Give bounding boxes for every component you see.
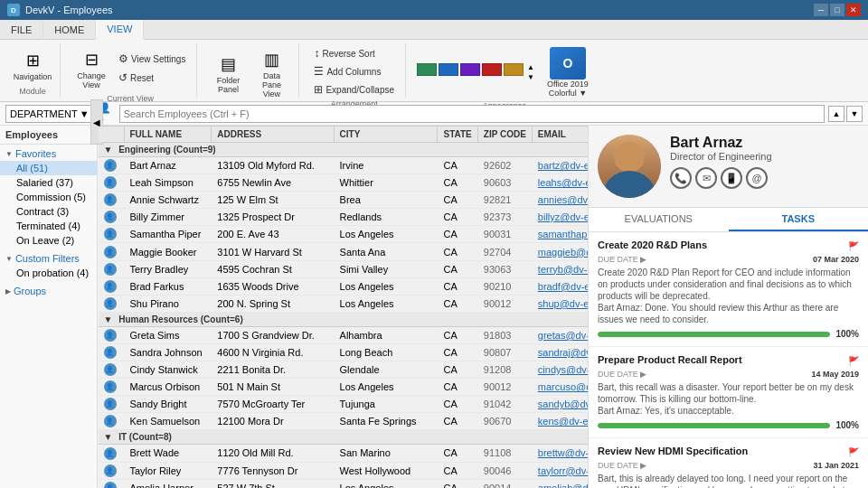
view-settings-button[interactable]: ⚙ View Settings	[115, 51, 189, 67]
folder-panel-icon: ▤	[215, 52, 241, 77]
sidebar-item-terminated[interactable]: Terminated (4)	[0, 219, 97, 233]
table-row[interactable]: 👤 Bart Arnaz 13109 Old Myford Rd. Irvine…	[99, 157, 589, 174]
col-city[interactable]: CITY	[334, 127, 438, 143]
row-zip: 92373	[477, 209, 532, 226]
row-name: Annie Schwartz	[124, 192, 212, 209]
sidebar-collapse-button[interactable]: ◀	[90, 126, 98, 145]
table-row[interactable]: 👤 Brad Farkus 1635 Woods Drive Los Angel…	[99, 277, 589, 295]
table-row[interactable]: 👤 Samantha Piper 200 E. Ave 43 Los Angel…	[99, 226, 589, 243]
email-button[interactable]: @	[746, 167, 768, 189]
reset-view-button[interactable]: ↺ Reset	[115, 70, 189, 86]
data-pane-button[interactable]: ▥ Data PaneView	[251, 45, 291, 101]
email-link[interactable]: maggieb@dv-email.com	[538, 247, 588, 258]
tab-tasks[interactable]: TASKS	[729, 208, 869, 231]
table-row[interactable]: 👤 Sandy Bright 7570 McGroarty Ter Tujung…	[99, 396, 589, 413]
task-item[interactable]: Create 2020 R&D Plans 🚩 DUE DATE ▶ 07 Ma…	[589, 232, 868, 347]
reverse-sort-button[interactable]: ↕ Reverse Sort	[310, 45, 398, 61]
expand-collapse-button[interactable]: ⊞ Expand/Collapse	[310, 81, 398, 98]
tab-home[interactable]: HOME	[43, 20, 96, 40]
minimize-button[interactable]: ─	[814, 4, 828, 16]
department-selector[interactable]: DEPARTMENT ▼	[5, 105, 94, 123]
color-swatch-blue[interactable]	[439, 63, 458, 76]
col-fullname[interactable]: FULL NAME	[124, 127, 212, 143]
folder-panel-button[interactable]: ▤ FolderPanel	[208, 50, 248, 97]
table-row[interactable]: 👤 Maggie Booker 3101 W Harvard St Santa …	[99, 243, 589, 260]
table-group-header[interactable]: ▼ Human Resources (Count=6)	[99, 312, 589, 326]
table-row[interactable]: 👤 Brett Wade 1120 Old Mill Rd. San Marin…	[99, 445, 589, 462]
sidebar-item-salaried[interactable]: Salaried (37)	[0, 175, 97, 190]
sidebar-item-onprobation[interactable]: On probation (4)	[0, 266, 97, 280]
col-address[interactable]: ADDRESS	[212, 127, 334, 143]
email-link[interactable]: bradf@dv-email.com	[538, 281, 588, 292]
table-row[interactable]: 👤 Sandra Johnson 4600 N Virginia Rd. Lon…	[99, 343, 589, 361]
col-email[interactable]: EMAIL	[532, 127, 588, 143]
groups-group[interactable]: ▶ Groups	[0, 284, 97, 298]
swatch-down[interactable]: ▼	[527, 73, 534, 81]
task-item[interactable]: Review New HDMI Specification 🚩 DUE DATE…	[589, 438, 868, 488]
mobile-button[interactable]: 📱	[721, 167, 742, 189]
office2019-button[interactable]: O Office 2019Colorful ▼	[543, 45, 592, 99]
email-link[interactable]: cindys@dv-email.com	[538, 364, 588, 375]
color-swatch-purple[interactable]	[460, 63, 480, 76]
color-swatch-red[interactable]	[482, 63, 502, 76]
search-input[interactable]	[119, 105, 825, 123]
color-swatch-green[interactable]	[417, 63, 437, 76]
email-link[interactable]: sandraj@dv-email.com	[538, 347, 588, 358]
custom-filters-group[interactable]: ▼ Custom Filters	[0, 251, 97, 266]
table-row[interactable]: 👤 Annie Schwartz 125 W Elm St Brea CA 92…	[99, 192, 589, 209]
email-link[interactable]: terryb@dv-email.com	[538, 264, 588, 275]
email-link[interactable]: billyz@dv-email.com	[538, 211, 588, 222]
maximize-button[interactable]: □	[830, 4, 844, 16]
table-group-header[interactable]: ▼ IT (Count=8)	[99, 430, 589, 445]
table-row[interactable]: 👤 Terry Bradley 4595 Cochran St Simi Val…	[99, 260, 589, 277]
tab-file[interactable]: FILE	[0, 20, 43, 40]
col-zip[interactable]: ZIP CODE	[477, 127, 532, 143]
close-button[interactable]: ✕	[846, 4, 861, 16]
navigation-button[interactable]: ⊞ Navigation	[13, 46, 52, 84]
message-button[interactable]: ✉	[695, 167, 717, 189]
task-item[interactable]: Prepare Product Recall Report 🚩 DUE DATE…	[589, 347, 868, 438]
sidebar-item-contract[interactable]: Contract (3)	[0, 204, 97, 219]
search-prev-button[interactable]: ▲	[828, 106, 844, 122]
table-row[interactable]: 👤 Billy Zimmer 1325 Prospect Dr Redlands…	[99, 209, 589, 226]
email-link[interactable]: brettw@dv-email.com	[538, 447, 588, 458]
table-row[interactable]: 👤 Greta Sims 1700 S Grandview Dr. Alhamb…	[99, 326, 589, 343]
table-row[interactable]: 👤 Amelia Harper 527 W 7th St Los Angeles…	[99, 479, 589, 488]
email-link[interactable]: shup@dv-email.com	[538, 298, 588, 309]
email-link[interactable]: ameliah@dv-email.com	[538, 483, 588, 488]
favorites-group[interactable]: ▼ Favorites	[0, 146, 97, 161]
email-link[interactable]: gretas@dv-email.com	[538, 330, 588, 341]
email-link[interactable]: kens@dv-email.com	[538, 416, 588, 427]
email-link[interactable]: sandyb@dv-email.com	[538, 399, 588, 409]
row-city: San Marino	[334, 445, 438, 462]
swatch-up[interactable]: ▲	[527, 63, 534, 71]
table-row[interactable]: 👤 Shu Pirano 200 N. Spring St Los Angele…	[99, 295, 589, 312]
table-row[interactable]: 👤 Cindy Stanwick 2211 Bonita Dr. Glendal…	[99, 361, 589, 379]
email-link[interactable]: marcuso@dv-email.com	[538, 381, 588, 392]
email-link[interactable]: leahs@dv-email.com	[538, 177, 588, 188]
search-next-button[interactable]: ▼	[846, 106, 863, 122]
table-row[interactable]: 👤 Marcus Orbison 501 N Main St Los Angel…	[99, 379, 589, 396]
email-link[interactable]: samanthap@dv-email.com	[538, 229, 588, 239]
color-swatch-orange[interactable]	[504, 63, 524, 76]
reset-label: Reset	[130, 73, 154, 83]
table-row[interactable]: 👤 Leah Simpson 6755 Newlin Ave Whittier …	[99, 174, 589, 192]
add-columns-button[interactable]: ☰ Add Columns	[310, 63, 398, 80]
tab-evaluations[interactable]: EVALUATIONS	[589, 208, 729, 231]
right-panel: Bart Arnaz Director of Engineering 📞 ✉ 📱…	[588, 126, 868, 488]
reverse-sort-label: Reverse Sort	[322, 49, 374, 59]
col-state[interactable]: STATE	[438, 127, 477, 143]
tab-view[interactable]: VIEW	[96, 20, 144, 40]
change-view-button[interactable]: ⊟ ChangeView	[71, 45, 111, 92]
table-row[interactable]: 👤 Ken Samuelson 12100 Mora Dr Santa Fe S…	[99, 413, 589, 430]
row-name: Cindy Stanwick	[124, 361, 212, 379]
table-row[interactable]: 👤 Taylor Riley 7776 Tennyson Dr West Hol…	[99, 462, 589, 479]
table-group-header[interactable]: ▼ Engineering (Count=9)	[99, 143, 589, 157]
sidebar-item-all[interactable]: All (51)	[0, 161, 97, 175]
phone-button[interactable]: 📞	[670, 167, 692, 189]
sidebar-item-commission[interactable]: Commission (5)	[0, 190, 97, 204]
sidebar-item-onleave[interactable]: On Leave (2)	[0, 233, 97, 248]
email-link[interactable]: taylorr@dv-email.com	[538, 465, 588, 476]
email-link[interactable]: annies@dv-email.com	[538, 194, 588, 205]
email-link[interactable]: bartz@dv-email.com	[538, 160, 588, 171]
